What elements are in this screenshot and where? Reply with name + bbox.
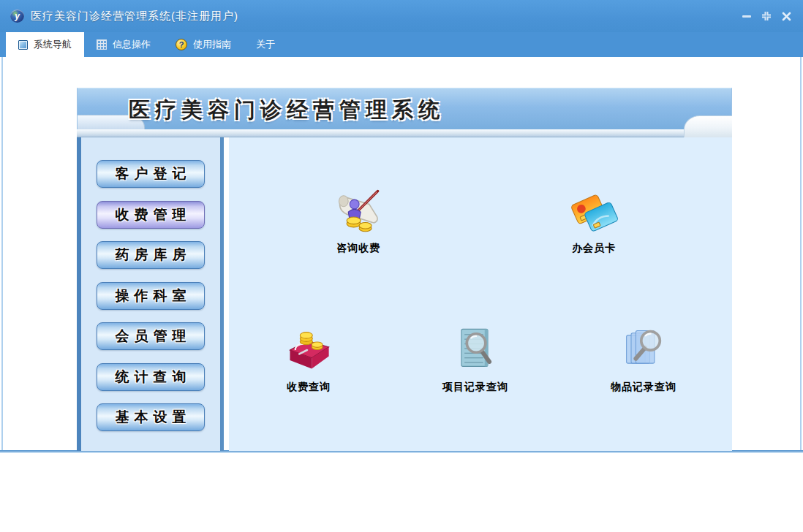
- panel-body: 客户登记 收费管理 药房库房 操作科室 会员管理 统计查询 基本设置: [77, 137, 732, 451]
- tab-about[interactable]: 关于: [244, 32, 287, 57]
- application-window: { "window": { "title": "医疗美容门诊经营管理系统(非注册…: [0, 0, 803, 532]
- item-record-query-icon: [619, 324, 668, 374]
- shortcut-area: 咨询收费: [229, 137, 732, 451]
- title-bar: y 医疗美容门诊经营管理系统(非注册用户): [0, 0, 803, 32]
- sidebar-item-pharmacy-warehouse[interactable]: 药房库房: [97, 241, 205, 269]
- restore-button[interactable]: [760, 10, 773, 23]
- sidebar: 客户登记 收费管理 药房库房 操作科室 会员管理 统计查询 基本设置: [77, 137, 224, 451]
- sidebar-item-statistics-query[interactable]: 统计查询: [97, 363, 205, 391]
- member-card-icon: [569, 186, 619, 235]
- fee-query-icon: [284, 324, 333, 374]
- sidebar-item-operation-department[interactable]: 操作科室: [97, 282, 205, 310]
- shortcut-label: 收费查询: [254, 381, 363, 394]
- window-title: 医疗美容门诊经营管理系统(非注册用户): [31, 10, 238, 23]
- help-icon: ?: [176, 39, 187, 50]
- tab-user-guide[interactable]: ? 使用指南: [163, 32, 244, 57]
- banner-strip: [77, 129, 732, 137]
- banner: 医疗美容门诊经营管理系统: [77, 88, 732, 129]
- window-right-edge-line: [800, 57, 802, 452]
- shortcut-project-record-query[interactable]: 项目记录查询: [421, 320, 530, 394]
- app-logo-icon: y: [10, 10, 24, 23]
- banner-right-tab: [684, 115, 732, 137]
- minimize-icon: [742, 15, 751, 18]
- shortcut-item-record-query[interactable]: 物品记录查询: [589, 320, 698, 394]
- tab-label: 关于: [256, 38, 275, 51]
- close-icon: [782, 12, 791, 21]
- window-controls: [740, 0, 793, 32]
- tab-label: 信息操作: [113, 38, 151, 51]
- shortcut-label: 办会员卡: [539, 242, 649, 255]
- restore-icon: [761, 11, 772, 21]
- project-record-query-icon: [450, 324, 500, 374]
- sidebar-item-customer-register[interactable]: 客户登记: [97, 160, 205, 188]
- tab-label: 使用指南: [193, 38, 231, 51]
- shortcut-fee-query[interactable]: 收费查询: [254, 320, 363, 394]
- consult-fee-icon: [333, 186, 383, 235]
- shortcut-membership-card[interactable]: 办会员卡: [539, 181, 649, 255]
- close-button[interactable]: [780, 10, 793, 23]
- tab-label: 系统导航: [34, 38, 72, 51]
- sidebar-item-member-management[interactable]: 会员管理: [97, 322, 205, 350]
- tab-information-operation[interactable]: 信息操作: [84, 32, 163, 57]
- menu-tab-bar: 系统导航 信息操作 ? 使用指南 关于: [0, 32, 803, 57]
- navigation-square-icon: [18, 40, 28, 50]
- grid-icon: [97, 39, 107, 50]
- banner-title: 医疗美容门诊经营管理系统: [129, 88, 445, 130]
- shortcut-consult-fee[interactable]: 咨询收费: [304, 181, 413, 255]
- main-panel: 医疗美容门诊经营管理系统 客户登记 收费管理 药房库房 操作科室 会员管理 统计…: [77, 88, 732, 451]
- sidebar-item-fee-management[interactable]: 收费管理: [97, 201, 205, 229]
- shortcut-label: 物品记录查询: [589, 381, 698, 394]
- window-left-edge-line: [1, 57, 3, 452]
- shortcut-label: 咨询收费: [304, 242, 413, 255]
- shortcut-label: 项目记录查询: [421, 381, 530, 394]
- tab-system-navigation[interactable]: 系统导航: [6, 32, 84, 57]
- minimize-button[interactable]: [740, 10, 753, 23]
- sidebar-item-basic-settings[interactable]: 基本设置: [97, 403, 205, 431]
